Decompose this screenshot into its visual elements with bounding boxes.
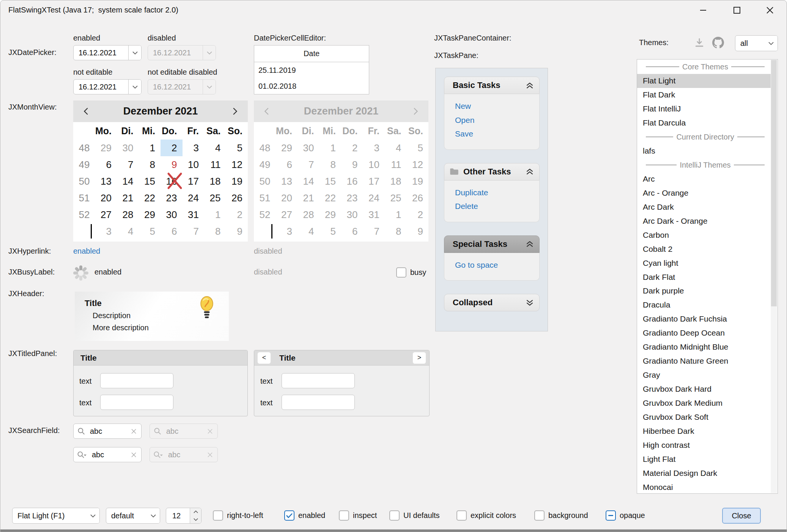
day-cell[interactable]: 14 bbox=[117, 173, 139, 190]
day-cell[interactable]: 22 bbox=[139, 190, 161, 206]
laf-combobox[interactable]: Flat Light (F1) bbox=[12, 508, 100, 524]
theme-list-item[interactable]: Gray bbox=[637, 368, 771, 382]
day-cell[interactable]: 9 bbox=[226, 223, 248, 240]
text-input[interactable] bbox=[282, 395, 355, 410]
theme-list-item[interactable]: Gradianto Nature Green bbox=[637, 354, 771, 368]
theme-list-item[interactable]: Light Flat bbox=[637, 452, 771, 466]
checkbox-background[interactable]: background bbox=[534, 510, 588, 521]
theme-list-item[interactable]: High contrast bbox=[637, 438, 771, 452]
theme-list-item[interactable]: Monocai bbox=[637, 480, 771, 494]
taskpane-header-basic-tasks[interactable]: Basic Tasks bbox=[444, 77, 540, 94]
day-cell[interactable]: 4 bbox=[204, 140, 226, 156]
theme-list-item[interactable]: Arc Dark bbox=[637, 200, 771, 214]
taskpane-link-go-to-space[interactable]: Go to space bbox=[455, 258, 539, 272]
day-cell[interactable]: 24 bbox=[183, 190, 205, 206]
day-cell[interactable]: 3 bbox=[183, 140, 205, 156]
datepicker-enabled[interactable]: 16.12.2021 bbox=[73, 45, 142, 60]
maximize-button[interactable] bbox=[724, 1, 749, 19]
checkbox-enabled[interactable]: enabled bbox=[284, 510, 325, 521]
spinner-down-icon[interactable] bbox=[190, 516, 201, 523]
checkbox-busy[interactable]: busy bbox=[396, 267, 426, 278]
spinner-up-icon[interactable] bbox=[190, 508, 201, 516]
download-icon[interactable] bbox=[694, 38, 705, 48]
checkbox-box[interactable] bbox=[534, 510, 545, 521]
next-month-icon[interactable] bbox=[230, 107, 240, 116]
day-cell[interactable]: 16 bbox=[161, 173, 183, 190]
text-input[interactable] bbox=[100, 373, 173, 388]
day-cell[interactable]: 7 bbox=[117, 156, 139, 173]
day-cell[interactable]: 5 bbox=[139, 223, 161, 240]
checkbox-box[interactable] bbox=[396, 267, 406, 278]
checkbox-explicit-colors[interactable]: explicit colors bbox=[456, 510, 516, 521]
github-icon[interactable] bbox=[712, 37, 724, 49]
day-cell[interactable]: 28 bbox=[117, 206, 139, 223]
day-cell[interactable]: 21 bbox=[117, 190, 139, 206]
theme-list-item[interactable]: Arc bbox=[637, 172, 771, 186]
day-cell[interactable]: 25 bbox=[204, 190, 226, 206]
day-cell[interactable]: 20 bbox=[95, 190, 117, 206]
theme-list-item[interactable]: Gradianto Dark Fuchsia bbox=[637, 312, 771, 326]
chevron-double-up-icon[interactable] bbox=[526, 240, 534, 248]
close-window-button[interactable] bbox=[757, 1, 782, 19]
theme-list-item[interactable]: Carbon bbox=[637, 228, 771, 242]
minimize-button[interactable] bbox=[691, 1, 716, 19]
font-combobox[interactable]: default bbox=[106, 508, 160, 524]
day-cell[interactable]: 10 bbox=[183, 156, 205, 173]
theme-list-item[interactable]: Gradianto Midnight Blue bbox=[637, 340, 771, 354]
day-cell[interactable]: 23 bbox=[161, 190, 183, 206]
day-cell[interactable]: 8 bbox=[139, 156, 161, 173]
theme-list-item[interactable]: Hiberbee Dark bbox=[637, 424, 771, 438]
day-cell[interactable]: 7 bbox=[183, 223, 205, 240]
chevron-double-down-icon[interactable] bbox=[526, 299, 534, 306]
theme-list-item[interactable]: Flat Darcula bbox=[637, 116, 771, 130]
day-cell[interactable]: 30 bbox=[161, 206, 183, 223]
day-cell[interactable]: 27 bbox=[95, 206, 117, 223]
chevron-down-icon[interactable] bbox=[128, 80, 141, 94]
taskpane-link-delete[interactable]: Delete bbox=[455, 199, 539, 213]
theme-list-item[interactable]: Cyan light bbox=[637, 256, 771, 270]
font-size-spinner[interactable]: 12 bbox=[166, 508, 201, 524]
chevron-down-icon[interactable] bbox=[128, 46, 141, 60]
day-cell[interactable]: 6 bbox=[161, 223, 183, 240]
clear-icon[interactable] bbox=[131, 452, 137, 458]
day-cell[interactable]: 1 bbox=[204, 206, 226, 223]
theme-list-item[interactable]: Dracula bbox=[637, 298, 771, 312]
font-size-value[interactable]: 12 bbox=[166, 508, 190, 523]
day-cell[interactable]: 1 bbox=[139, 140, 161, 156]
theme-list-item[interactable]: Gruvbox Dark Soft bbox=[637, 410, 771, 424]
day-cell[interactable]: 6 bbox=[95, 156, 117, 173]
day-cell[interactable]: 29 bbox=[139, 206, 161, 223]
checkbox-box[interactable] bbox=[213, 510, 223, 521]
checkbox-opaque[interactable]: opaque bbox=[606, 510, 645, 521]
chevron-double-up-icon[interactable] bbox=[526, 168, 534, 175]
checkbox-box[interactable] bbox=[456, 510, 467, 521]
checkbox-box[interactable] bbox=[606, 510, 616, 521]
chevron-double-up-icon[interactable] bbox=[526, 82, 534, 89]
day-cell[interactable]: 2 bbox=[161, 140, 183, 156]
searchfield-enabled[interactable]: abc bbox=[73, 424, 142, 439]
titledpanel-prev-button[interactable]: < bbox=[257, 352, 271, 364]
scrollbar[interactable] bbox=[771, 60, 777, 493]
day-cell[interactable]: 11 bbox=[204, 156, 226, 173]
taskpane-header-other-tasks[interactable]: Other Tasks bbox=[444, 163, 540, 180]
day-cell[interactable]: 19 bbox=[226, 173, 248, 190]
day-cell[interactable]: 31 bbox=[183, 206, 205, 223]
checkbox-box[interactable] bbox=[389, 510, 400, 521]
checkbox-box[interactable] bbox=[339, 510, 349, 521]
taskpane-header-special-tasks[interactable]: Special Tasks bbox=[444, 235, 540, 253]
day-cell[interactable]: 18 bbox=[204, 173, 226, 190]
day-cell[interactable]: 9 bbox=[161, 156, 183, 173]
day-cell[interactable]: 15 bbox=[139, 173, 161, 190]
theme-list-item[interactable]: Gruvbox Dark Hard bbox=[637, 382, 771, 396]
search-value[interactable]: abc bbox=[90, 427, 131, 436]
day-cell[interactable]: 8 bbox=[204, 223, 226, 240]
hyperlink-enabled[interactable]: enabled bbox=[73, 247, 100, 256]
taskpane-link-new[interactable]: New bbox=[455, 99, 539, 113]
theme-list-item[interactable]: Gruvbox Dark Medium bbox=[637, 396, 771, 410]
checkbox-inspect[interactable]: inspect bbox=[339, 510, 377, 521]
theme-list-item[interactable]: Flat Dark bbox=[637, 88, 771, 102]
theme-list-item[interactable]: Dark Flat bbox=[637, 270, 771, 284]
clear-icon[interactable] bbox=[131, 428, 137, 434]
search-menu-icon[interactable] bbox=[77, 451, 87, 459]
day-cell[interactable]: 29 bbox=[95, 140, 117, 156]
